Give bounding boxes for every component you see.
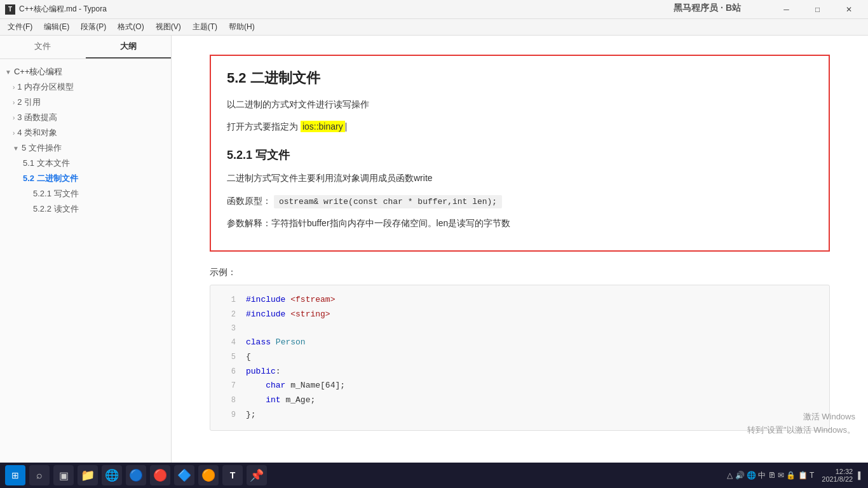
code-line-3: 3 — [210, 322, 829, 336]
menu-file[interactable]: 文件(F) — [3, 20, 37, 34]
code-content-7: char m_Name[64]; — [246, 379, 345, 393]
section3-arrow: › — [13, 114, 15, 121]
content-area[interactable]: 5.2 二进制文件 以二进制的方式对文件进行读写操作 打开方式要指定为 ios:… — [172, 36, 868, 468]
example-label: 示例： — [210, 267, 830, 278]
close-button[interactable]: ✕ — [834, 0, 863, 19]
section2-arrow: › — [13, 99, 15, 106]
code-line-1: 1 #include <fstream> — [210, 293, 829, 308]
win-activate-line1: 激活 Windows — [747, 410, 855, 424]
code-line-9: 9 }; — [210, 408, 829, 423]
code-block: 1 #include <fstream> 2 #include <string>… — [210, 285, 830, 431]
tree-root-label: C++核心编程 — [14, 66, 63, 78]
line-num-2: 2 — [220, 309, 236, 321]
code-content-8: int m_Age; — [246, 394, 315, 407]
section4-arrow: › — [13, 130, 15, 137]
sidebar-tabs: 文件 大纲 — [0, 36, 171, 59]
line-num-9: 9 — [220, 409, 236, 421]
sidebar-item-522[interactable]: 5.2.2 读文件 — [0, 201, 171, 217]
start-button[interactable]: ⊞ — [5, 465, 25, 485]
maximize-button[interactable]: □ — [803, 0, 832, 19]
app-icon: T — [5, 4, 15, 15]
section1-label: 1 内存分区模型 — [17, 81, 74, 93]
window-controls: ─ □ ✕ — [772, 0, 863, 19]
taskbar: ⊞ ⌕ ▣ 📁 🌐 🔵 🔴 🔷 🟠 T 📌 △ 🔊 🌐 中 🖹 ✉ 🔒 📋 T … — [0, 463, 868, 488]
intro-text: 以二进制的方式对文件进行读写操作 — [227, 97, 813, 112]
line-num-5: 5 — [220, 351, 236, 363]
main-layout: 文件 大纲 ▼ C++核心编程 › 1 内存分区模型 › 2 引用 › 3 函数… — [0, 36, 868, 468]
line-num-4: 4 — [220, 337, 236, 349]
code-line-6: 6 public: — [210, 365, 829, 379]
proto-code: ostream& write(const char * buffer,int l… — [274, 195, 502, 208]
tree-root[interactable]: ▼ C++核心编程 — [0, 64, 171, 79]
edge-icon[interactable]: 🌐 — [102, 465, 122, 485]
tab-files[interactable]: 文件 — [0, 36, 86, 58]
sidebar-item-52[interactable]: 5.2 二进制文件 — [0, 171, 171, 186]
root-arrow: ▼ — [5, 69, 11, 76]
code-line-7: 7 char m_Name[64]; — [210, 379, 829, 393]
code-content-9: }; — [246, 409, 256, 422]
sidebar-item-section5[interactable]: ▼ 5 文件操作 — [0, 140, 171, 156]
tray-icons: △ 🔊 🌐 中 🖹 ✉ 🔒 📋 T — [727, 470, 814, 481]
proto-line: 函数原型： ostream& write(const char * buffer… — [227, 193, 813, 209]
tab-outline[interactable]: 大纲 — [86, 36, 172, 58]
sidebar-item-51[interactable]: 5.1 文本文件 — [0, 156, 171, 171]
menu-format[interactable]: 格式(O) — [112, 20, 149, 34]
typora-icon[interactable]: T — [222, 465, 243, 485]
section-subtitle: 5.2.1 写文件 — [227, 147, 813, 163]
clock: 12:322021/8/22 — [822, 468, 853, 483]
vs-icon[interactable]: 🔷 — [174, 465, 194, 485]
window-title: C++核心编程.md - Typora — [19, 4, 107, 15]
search-button[interactable]: ⌕ — [29, 465, 50, 485]
sidebar-item-section3[interactable]: › 3 函数提高 — [0, 110, 171, 125]
sidebar-tree: ▼ C++核心编程 › 1 内存分区模型 › 2 引用 › 3 函数提高 › 4… — [0, 59, 171, 468]
open-mode-text: 打开方式要指定为 ios::binary — [227, 119, 813, 135]
menu-paragraph[interactable]: 段落(P) — [76, 20, 111, 34]
taskview-button[interactable]: ▣ — [53, 465, 74, 485]
minimize-button[interactable]: ─ — [772, 0, 801, 19]
line-num-6: 6 — [220, 366, 236, 378]
menu-view[interactable]: 视图(V) — [151, 20, 186, 34]
taskbar-left: ⊞ ⌕ ▣ 📁 🌐 🔵 🔴 🔷 🟠 T 📌 — [5, 465, 267, 485]
code-line-2: 2 #include <string> — [210, 308, 829, 322]
show-desktop[interactable]: ▌ — [858, 471, 863, 479]
code-content-2: #include <string> — [246, 308, 330, 322]
menu-bar: 文件(F) 编辑(E) 段落(P) 格式(O) 视图(V) 主题(T) 帮助(H… — [0, 19, 868, 36]
title-bar-left: T C++核心编程.md - Typora — [5, 4, 107, 15]
explorer-icon[interactable]: 📁 — [78, 465, 98, 485]
menu-edit[interactable]: 编辑(E) — [39, 20, 74, 34]
line-num-8: 8 — [220, 395, 236, 407]
line-num-1: 1 — [220, 294, 236, 306]
line-num-7: 7 — [220, 380, 236, 392]
proto-label: 函数原型： — [227, 196, 271, 206]
sidebar-item-section1[interactable]: › 1 内存分区模型 — [0, 79, 171, 95]
line-num-3: 3 — [220, 323, 236, 335]
red-section: 5.2 二进制文件 以二进制的方式对文件进行读写操作 打开方式要指定为 ios:… — [210, 55, 830, 252]
code-line-4: 4 class Person — [210, 336, 829, 350]
icon8[interactable]: 📌 — [247, 465, 267, 485]
sidebar-item-521[interactable]: 5.2.1 写文件 — [0, 186, 171, 201]
title-bar: T C++核心编程.md - Typora 黑马程序员 · B站 ─ □ ✕ — [0, 0, 868, 19]
code-line-5: 5 { — [210, 350, 829, 365]
sidebar-item-section2[interactable]: › 2 引用 — [0, 95, 171, 110]
section3-label: 3 函数提高 — [17, 112, 57, 123]
param-desc: 参数解释：字符指针buffer指向内存中一段存储空间。len是读写的字节数 — [227, 215, 813, 231]
open-mode-prefix: 打开方式要指定为 — [227, 121, 301, 132]
icon6[interactable]: 🟠 — [198, 465, 219, 485]
write-desc: 二进制方式写文件主要利用流对象调用成员函数write — [227, 170, 813, 186]
section4-label: 4 类和对象 — [17, 127, 57, 139]
sys-tray: △ 🔊 🌐 中 🖹 ✉ 🔒 📋 T 12:322021/8/22 ▌ — [727, 468, 863, 483]
icon4[interactable]: 🔴 — [150, 465, 170, 485]
menu-theme[interactable]: 主题(T) — [187, 20, 222, 34]
code-content-6: public: — [246, 365, 281, 379]
section5-arrow: ▼ — [13, 145, 19, 152]
watermark-area: 黑马程序员 · B站 — [674, 3, 741, 14]
section5-label: 5 文件操作 — [22, 142, 62, 154]
win-activate: 激活 Windows 转到"设置"以激活 Windows。 — [747, 410, 855, 437]
icon3[interactable]: 🔵 — [126, 465, 146, 485]
text-cursor — [346, 123, 346, 132]
code-content-1: #include <fstream> — [246, 294, 335, 307]
section-title: 5.2 二进制文件 — [227, 69, 813, 88]
menu-help[interactable]: 帮助(H) — [224, 20, 260, 34]
sidebar-item-section4[interactable]: › 4 类和对象 — [0, 125, 171, 140]
watermark-text: 黑马程序员 · B站 — [674, 3, 741, 13]
